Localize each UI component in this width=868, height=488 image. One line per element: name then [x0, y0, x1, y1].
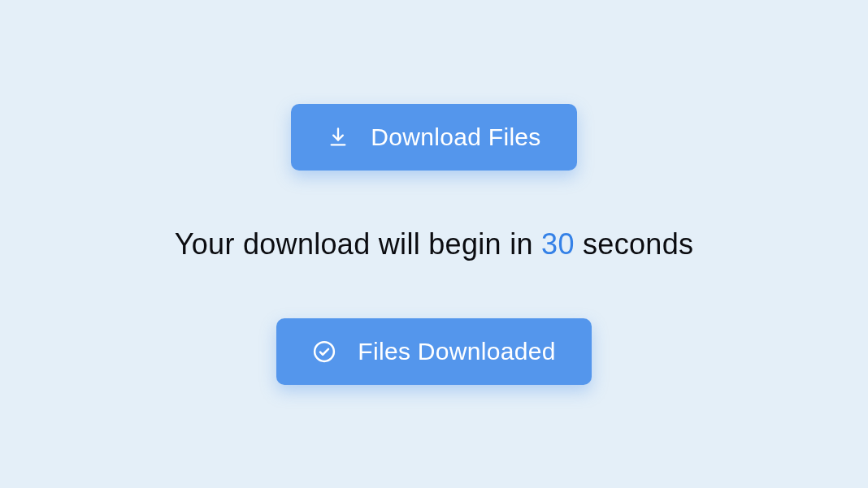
- countdown-seconds: 30: [541, 227, 575, 261]
- countdown-status: Your download will begin in 30 seconds: [175, 227, 694, 261]
- downloaded-button-label: Files Downloaded: [358, 338, 555, 365]
- downloaded-button[interactable]: Files Downloaded: [276, 318, 591, 385]
- download-button[interactable]: Download Files: [291, 104, 576, 171]
- check-circle-icon: [312, 339, 336, 364]
- download-button-label: Download Files: [371, 123, 540, 151]
- countdown-prefix: Your download will begin in: [175, 227, 541, 261]
- svg-point-0: [315, 342, 334, 361]
- countdown-suffix: seconds: [575, 227, 694, 261]
- download-icon: [327, 126, 349, 149]
